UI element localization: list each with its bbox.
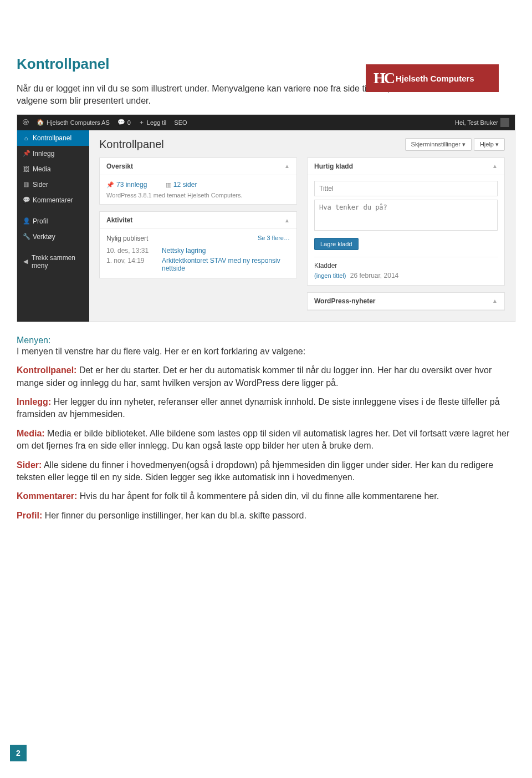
- desc-profil: Profil: Her finner du personlige instill…: [17, 510, 515, 522]
- help-tab[interactable]: Hjelp ▾: [474, 138, 505, 151]
- desc-kommentarer: Kommentarer: Hvis du har åpent for folk …: [17, 490, 515, 502]
- tools-icon: 🔧: [23, 233, 29, 240]
- panel-wordpress-news: WordPress-nyheter▲: [307, 292, 505, 311]
- panel-title-label: WordPress-nyheter: [314, 297, 375, 305]
- quick-draft-title-input[interactable]: [314, 181, 498, 196]
- draft-link[interactable]: (ingen tittel): [314, 272, 346, 279]
- panel-hurtig-kladd: Hurtig kladd▲ Lagre kladd Kladder (ingen…: [307, 157, 505, 286]
- pages-icon: ▥: [166, 181, 171, 189]
- activity-time: 10. des, 13:31: [106, 247, 156, 255]
- activity-time: 1. nov, 14:19: [106, 257, 156, 272]
- panel-aktivitet: Aktivitet▲ Nylig publisert Se 3 flere… 1…: [99, 211, 297, 278]
- sidebar-item-kontrollpanel[interactable]: ⌂Kontrollpanel: [17, 130, 89, 146]
- desc-media: Media: Media er bilde biblioteket. Alle …: [17, 428, 515, 452]
- panel-title-label: Hurtig kladd: [314, 162, 353, 170]
- collapse-icon[interactable]: ▲: [492, 163, 498, 169]
- wp-sidebar: ⌂Kontrollpanel 📌Innlegg 🖼Media ▥Sider 💬K…: [17, 130, 89, 322]
- see-more-link[interactable]: Se 3 flere…: [258, 235, 290, 242]
- screen-options-tab[interactable]: Skjerminnstillinger ▾: [405, 138, 472, 151]
- comments-icon: 💬: [23, 196, 29, 204]
- desc-kontrollpanel: Kontrollpanel: Det er her du starter. De…: [17, 364, 515, 389]
- dashboard-icon: ⌂: [23, 135, 29, 141]
- user-greeting[interactable]: Hei, Test Bruker: [455, 118, 509, 127]
- sidebar-collapse[interactable]: ◀Trekk sammen meny: [17, 250, 89, 273]
- desc-sider: Sider: Alle sidene du finner i hovedmeny…: [17, 459, 515, 484]
- sidebar-item-verktoy[interactable]: 🔧Verktøy: [17, 229, 89, 245]
- desc-innlegg: Innlegg: Her legger du inn nyheter, refe…: [17, 396, 515, 421]
- activity-link[interactable]: Arkitektkontoret STAV med ny responsiv n…: [162, 257, 290, 272]
- seo-link[interactable]: SEO: [174, 119, 187, 126]
- avatar-icon: [500, 118, 509, 127]
- wp-screenshot: ⓦ 🏠 Hjelseth Computers AS 💬 0 ＋ Legg til…: [17, 114, 515, 322]
- panel-title-label: Aktivitet: [106, 216, 132, 224]
- wp-logo-icon[interactable]: ⓦ: [23, 118, 29, 126]
- save-draft-button[interactable]: Lagre kladd: [314, 238, 359, 250]
- comments-link[interactable]: 💬 0: [117, 119, 131, 126]
- sidebar-item-sider[interactable]: ▥Sider: [17, 177, 89, 192]
- panel-oversikt: Oversikt▲ 📌73 innlegg ▥12 sider WordPres…: [99, 157, 297, 205]
- pages-icon: ▥: [23, 181, 29, 188]
- wp-admin-bar: ⓦ 🏠 Hjelseth Computers AS 💬 0 ＋ Legg til…: [17, 115, 515, 130]
- menyen-label: Menyen:: [17, 335, 515, 345]
- sidebar-item-profil[interactable]: 👤Profil: [17, 213, 89, 229]
- wp-version-text: WordPress 3.8.1 med temaet Hjelseth Comp…: [106, 192, 290, 199]
- sidebar-item-kommentarer[interactable]: 💬Kommentarer: [17, 192, 89, 208]
- activity-link[interactable]: Nettsky lagring: [162, 247, 290, 255]
- brand-text: Hjelseth Computers: [396, 74, 474, 83]
- wp-page-heading: Kontrollpanel: [99, 138, 164, 151]
- pages-count-link[interactable]: ▥12 sider: [166, 181, 197, 189]
- site-name-link[interactable]: 🏠 Hjelseth Computers AS: [37, 119, 110, 126]
- wp-content-area: Kontrollpanel Skjerminnstillinger ▾ Hjel…: [89, 130, 515, 322]
- brand-logo: HC: [374, 69, 393, 87]
- recent-label: Nylig publisert: [106, 235, 148, 242]
- sidebar-item-innlegg[interactable]: 📌Innlegg: [17, 146, 89, 161]
- profile-icon: 👤: [23, 217, 29, 225]
- brand-badge: HC Hjelseth Computers: [366, 64, 499, 92]
- quick-draft-body-input[interactable]: [314, 200, 498, 231]
- draft-date: 26 februar, 2014: [350, 272, 398, 279]
- drafts-label: Kladder: [314, 262, 498, 269]
- sidebar-item-media[interactable]: 🖼Media: [17, 161, 89, 177]
- collapse-icon[interactable]: ▲: [284, 217, 290, 223]
- panel-title-label: Oversikt: [106, 162, 133, 170]
- posts-count-link[interactable]: 📌73 innlegg: [106, 181, 147, 189]
- pin-icon: 📌: [23, 150, 29, 157]
- pin-icon: 📌: [106, 181, 114, 189]
- collapse-icon[interactable]: ▲: [492, 298, 498, 304]
- menyen-intro: I menyen til venstre har du flere valg. …: [17, 345, 515, 358]
- media-icon: 🖼: [23, 166, 29, 172]
- collapse-icon[interactable]: ▲: [284, 163, 290, 169]
- page-number: 2: [10, 745, 27, 761]
- collapse-icon: ◀: [23, 258, 28, 265]
- add-new-link[interactable]: ＋ Legg til: [139, 118, 166, 126]
